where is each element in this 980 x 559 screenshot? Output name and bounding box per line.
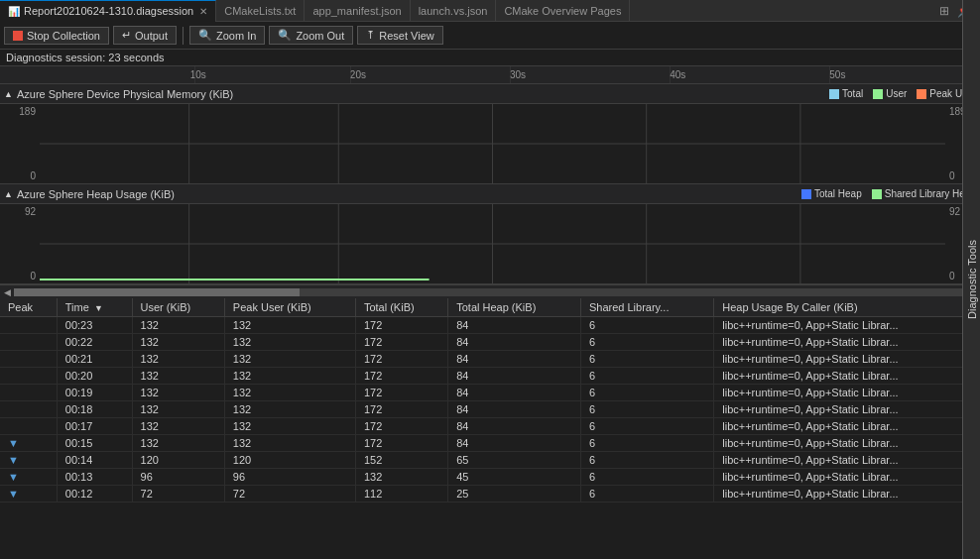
cell-peak-user: 132	[224, 385, 355, 401]
chart-heap-usage: ▲ Azure Sphere Heap Usage (KiB) Total He…	[0, 184, 980, 284]
cell-total: 172	[355, 401, 447, 418]
diagnostic-tools-sidebar[interactable]: Diagnostic Tools	[962, 0, 980, 559]
cell-peak	[0, 334, 57, 351]
tab-launch[interactable]: launch.vs.json	[411, 0, 497, 22]
tab-report[interactable]: 📊 Report20210624-1310.diagsession ✕	[0, 0, 216, 22]
data-table-scroll[interactable]: Peak Time ▼ User (KiB) Peak User (KiB)	[0, 298, 980, 503]
cell-peak: ▼	[0, 435, 57, 452]
cell-shared-lib: 6	[580, 317, 713, 334]
diag-tools-label[interactable]: Diagnostic Tools	[964, 232, 980, 327]
output-label: Output	[135, 30, 168, 42]
cell-peak-user: 132	[224, 401, 355, 418]
col-peak[interactable]: Peak	[0, 298, 57, 317]
cell-user: 132	[132, 401, 224, 418]
tab-manifest[interactable]: app_manifest.json	[305, 0, 410, 22]
cell-total-heap: 84	[448, 368, 581, 385]
reset-view-icon: ⤒	[366, 29, 375, 42]
tab-cmake[interactable]: CMakeLists.txt	[216, 0, 305, 22]
cell-total-heap: 84	[448, 351, 581, 368]
col-shared-lib[interactable]: Shared Library...	[580, 298, 713, 317]
cell-heap-caller: libc++runtime=0, App+Static Librar...	[714, 401, 980, 418]
cell-total-heap: 45	[448, 469, 581, 486]
cell-user: 132	[132, 317, 224, 334]
cell-peak-user: 132	[224, 351, 355, 368]
table-row: 00:21132132172846libc++runtime=0, App+St…	[0, 351, 980, 368]
cell-heap-caller: libc++runtime=0, App+Static Librar...	[714, 385, 980, 401]
stop-label: Stop Collection	[27, 30, 100, 42]
chart2-y-max: 92	[25, 206, 36, 217]
cell-peak-user: 120	[224, 452, 355, 469]
cell-time: 00:22	[57, 334, 132, 351]
chart1-y-max: 189	[19, 106, 36, 117]
legend-total-heap-color	[801, 189, 811, 199]
reset-view-button[interactable]: ⤒ Reset View	[357, 26, 442, 45]
table-row: 00:19132132172846libc++runtime=0, App+St…	[0, 385, 980, 401]
chart1-collapse[interactable]: ▲	[4, 89, 13, 99]
chart1-canvas: 189 0	[40, 104, 945, 183]
col-total-heap[interactable]: Total Heap (KiB)	[448, 298, 581, 317]
cell-time: 00:15	[57, 435, 132, 452]
stop-icon	[13, 31, 23, 41]
cell-user: 132	[132, 418, 224, 435]
cell-peak: ▼	[0, 452, 57, 469]
cell-shared-lib: 6	[580, 469, 713, 486]
table-row: 00:17132132172846libc++runtime=0, App+St…	[0, 418, 980, 435]
tab-overview[interactable]: CMake Overview Pages	[496, 0, 630, 22]
tab-manifest-label: app_manifest.json	[312, 5, 401, 17]
scroll-track[interactable]	[14, 288, 966, 296]
chart2-body: 92 0	[0, 204, 980, 283]
scroll-thumb[interactable]	[14, 288, 300, 296]
output-button[interactable]: ↵ Output	[113, 26, 177, 45]
chart2-svg	[40, 204, 945, 283]
ruler-10s: 10s	[190, 69, 206, 80]
col-total-label: Total (KiB)	[364, 301, 415, 313]
cell-peak	[0, 401, 57, 418]
chart1-y-axis: 189 0	[0, 104, 40, 183]
col-peak-user-label: Peak User (KiB)	[233, 301, 311, 313]
col-peak-label: Peak	[8, 301, 33, 313]
table-body: 00:23132132172846libc++runtime=0, App+St…	[0, 317, 980, 503]
cell-total-heap: 84	[448, 435, 581, 452]
cell-total: 172	[355, 334, 447, 351]
table-row: 00:23132132172846libc++runtime=0, App+St…	[0, 317, 980, 334]
cell-heap-caller: libc++runtime=0, App+Static Librar...	[714, 368, 980, 385]
zoom-out-button[interactable]: 🔍 Zoom Out	[269, 26, 353, 45]
col-heap-caller[interactable]: Heap Usage By Caller (KiB)	[714, 298, 980, 317]
cell-total: 172	[355, 317, 447, 334]
chart1-legend: Total User Peak User	[829, 88, 976, 99]
cell-shared-lib: 6	[580, 401, 713, 418]
zoom-in-button[interactable]: 🔍 Zoom In	[189, 26, 265, 45]
table-row: 00:22132132172846libc++runtime=0, App+St…	[0, 334, 980, 351]
cell-peak-user: 132	[224, 334, 355, 351]
legend-total-heap: Total Heap	[801, 188, 862, 199]
col-user-label: User (KiB)	[141, 301, 191, 313]
scroll-left-arrow[interactable]: ◀	[0, 285, 14, 299]
cell-time: 00:19	[57, 385, 132, 401]
tab-list-icon[interactable]: ⊞	[935, 4, 953, 18]
col-total[interactable]: Total (KiB)	[355, 298, 447, 317]
col-time[interactable]: Time ▼	[57, 298, 132, 317]
session-info: Diagnostics session: 23 seconds	[0, 50, 980, 66]
horizontal-scrollbar[interactable]: ◀ ▶	[0, 284, 980, 298]
cell-total-heap: 84	[448, 401, 581, 418]
cell-peak-user: 96	[224, 469, 355, 486]
header-row: Peak Time ▼ User (KiB) Peak User (KiB)	[0, 298, 980, 317]
chart1-header: ▲ Azure Sphere Device Physical Memory (K…	[0, 84, 980, 104]
reset-view-label: Reset View	[379, 30, 433, 42]
col-heap-caller-label: Heap Usage By Caller (KiB)	[722, 301, 857, 313]
ruler-30s: 30s	[510, 69, 526, 80]
cell-total: 132	[355, 469, 447, 486]
col-user[interactable]: User (KiB)	[132, 298, 224, 317]
chart2-canvas	[40, 204, 945, 283]
tab-cmake-label: CMakeLists.txt	[224, 5, 296, 17]
tab-report-close[interactable]: ✕	[199, 6, 207, 17]
chart2-collapse[interactable]: ▲	[4, 189, 13, 199]
cell-shared-lib: 6	[580, 334, 713, 351]
cell-peak-user: 132	[224, 368, 355, 385]
cell-time: 00:14	[57, 452, 132, 469]
stop-collection-button[interactable]: Stop Collection	[4, 27, 109, 45]
chart2-y-axis: 92 0	[0, 204, 40, 283]
cell-total-heap: 84	[448, 418, 581, 435]
report-icon: 📊	[8, 6, 20, 17]
col-peak-user[interactable]: Peak User (KiB)	[224, 298, 355, 317]
